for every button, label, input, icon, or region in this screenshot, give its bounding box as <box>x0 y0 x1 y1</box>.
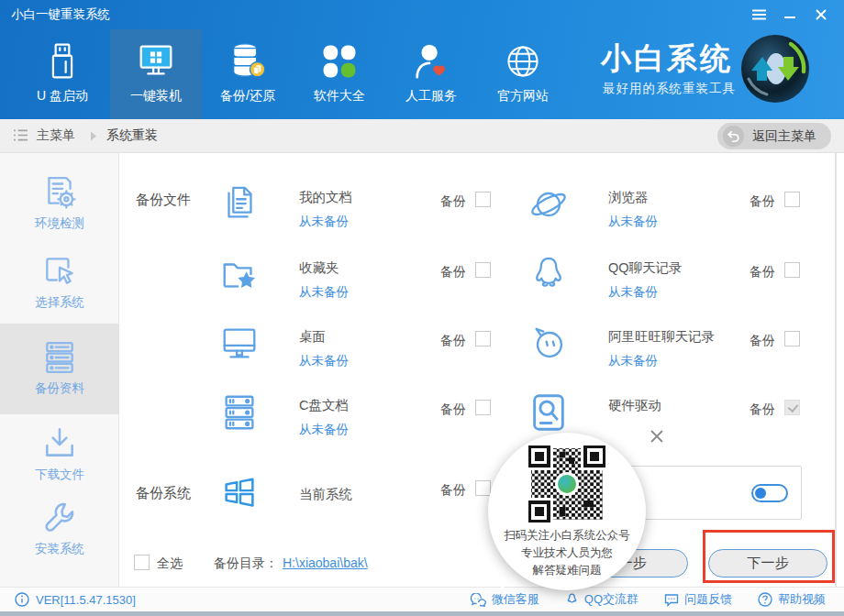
backup-status-link[interactable]: 从未备份 <box>299 284 349 301</box>
backup-label: 备份 <box>750 333 775 349</box>
backup-item-title: 收藏夹 <box>299 259 339 277</box>
close-icon[interactable] <box>811 6 831 24</box>
cursor-select-icon <box>0 253 119 290</box>
nav-item-one-key-install[interactable]: 一键装机 <box>110 29 202 119</box>
backup-checkbox[interactable] <box>784 262 800 278</box>
brand-logo-icon <box>739 33 811 104</box>
qq-icon <box>565 592 579 607</box>
backup-checkbox[interactable] <box>475 400 491 415</box>
backup-label: 备份 <box>440 264 466 280</box>
backup-item-favorites: 收藏夹 从未备份 备份 <box>218 254 576 305</box>
sidebar-item-label: 安装系统 <box>0 541 119 557</box>
backup-item-qq-history: QQ聊天记录 从未备份 备份 <box>528 254 844 305</box>
disk-search-icon <box>528 391 570 434</box>
popup-line: 扫码关注小白系统公众号 <box>488 527 646 544</box>
window-title: 小白一键重装系统 <box>11 0 110 29</box>
backup-label: 备份 <box>440 193 466 210</box>
backup-status-link[interactable]: 从未备份 <box>299 422 349 438</box>
backup-status-link[interactable]: 从未备份 <box>608 284 658 301</box>
nav-item-label: 官方网站 <box>477 88 569 104</box>
status-link-label: 问题反馈 <box>684 591 732 608</box>
chevron-right-icon <box>90 131 97 141</box>
qq-group-link[interactable]: QQ交流群 <box>565 591 639 608</box>
popup-close-icon[interactable] <box>648 427 666 446</box>
question-circle-icon <box>758 592 772 607</box>
backup-item-title: 我的文档 <box>299 189 352 206</box>
backup-dir-link[interactable]: H:\xiaobai\bak\ <box>283 556 368 570</box>
breadcrumb-root[interactable]: 主菜单 <box>37 127 75 144</box>
status-link-label: 帮助视频 <box>778 591 826 608</box>
sidebar-item-label: 环境检测 <box>0 215 119 232</box>
sidebar-item-select-system[interactable]: 选择系统 <box>0 253 119 311</box>
popup-line: 解答疑难问题 <box>488 562 646 579</box>
sidebar-item-download-files[interactable]: 下载文件 <box>0 425 119 483</box>
status-link-label: QQ交流群 <box>584 591 639 608</box>
nav-item-backup-restore[interactable]: 备份/还原 <box>202 29 294 119</box>
nav-item-usb-boot[interactable]: U 盘启动 <box>17 29 108 119</box>
header: 小白一键重装系统 U 盘启动 <box>0 0 844 119</box>
backup-item-desktop: 桌面 从未备份 备份 <box>218 323 576 374</box>
popup-text: 扫码关注小白系统公众号 专业技术人员为您 解答疑难问题 <box>488 527 646 579</box>
minimize-icon[interactable] <box>780 6 800 24</box>
back-button-label: 返回主菜单 <box>752 128 816 145</box>
version-text: VER[11.5.47.1530] <box>36 593 136 607</box>
backup-item-title: 阿里旺旺聊天记录 <box>608 328 715 346</box>
toggle-knob <box>755 488 766 499</box>
feedback-bubble-icon <box>664 593 679 607</box>
document-gear-icon <box>0 174 119 211</box>
select-all-checkbox[interactable] <box>134 555 150 570</box>
server-stack-icon <box>0 339 119 376</box>
backup-status-link[interactable]: 从未备份 <box>608 353 658 369</box>
sidebar-item-backup-data[interactable]: 备份资料 <box>0 339 119 397</box>
nav-item-official-site[interactable]: 官方网站 <box>477 29 569 119</box>
backup-status-link[interactable]: 从未备份 <box>299 214 349 230</box>
sidebar-item-env-check[interactable]: 环境检测 <box>0 174 119 232</box>
backup-checkbox[interactable] <box>784 192 800 207</box>
breadcrumb-current: 系统重装 <box>106 127 158 144</box>
feedback-link[interactable]: 问题反馈 <box>664 591 732 608</box>
menu-icon[interactable] <box>749 6 769 24</box>
download-icon <box>0 425 119 462</box>
select-all-label: 全选 <box>157 556 183 572</box>
browser-planet-icon <box>528 183 570 226</box>
toggle-switch[interactable] <box>751 484 788 502</box>
backup-item-title: C盘文档 <box>299 397 349 414</box>
brand-slogan: 最好用的系统重装工具 <box>603 81 736 97</box>
qr-popup: 扫码关注小白系统公众号 专业技术人员为您 解答疑难问题 <box>488 433 646 590</box>
backup-item-my-documents: 我的文档 从未备份 备份 <box>218 183 576 235</box>
backup-status-link[interactable]: 从未备份 <box>299 353 349 369</box>
wechat-icon <box>471 593 486 607</box>
drive-stack-icon <box>218 391 261 434</box>
backup-checkbox[interactable] <box>784 331 800 346</box>
backup-item-wangwang-history: 阿里旺旺聊天记录 从未备份 备份 <box>528 323 844 374</box>
sidebar: 环境检测 选择系统 备份资料 <box>0 153 119 587</box>
backup-checkbox[interactable] <box>475 192 491 207</box>
qr-center-logo <box>555 472 579 496</box>
breadcrumb-bar: 主菜单 系统重装 返回主菜单 <box>0 119 844 153</box>
backup-checkbox-checked-disabled <box>784 400 800 415</box>
help-video-link[interactable]: 帮助视频 <box>758 591 826 608</box>
backup-checkbox[interactable] <box>475 262 491 278</box>
back-to-main-menu-button[interactable]: 返回主菜单 <box>717 123 831 149</box>
nav-item-software[interactable]: 软件大全 <box>294 29 385 119</box>
windows-logo-icon <box>218 472 261 514</box>
nav-item-label: 人工服务 <box>385 88 477 104</box>
backup-status-link[interactable]: 从未备份 <box>608 214 658 230</box>
sidebar-item-install-system[interactable]: 安装系统 <box>0 500 119 557</box>
sidebar-item-label: 下载文件 <box>0 467 119 483</box>
nav-item-human-service[interactable]: 人工服务 <box>385 29 477 119</box>
backup-checkbox[interactable] <box>475 331 491 346</box>
folder-star-icon <box>218 254 261 296</box>
backup-label: 备份 <box>750 193 775 210</box>
wechat-service-link[interactable]: 微信客服 <box>471 591 539 608</box>
backup-item-title: QQ聊天记录 <box>608 259 683 277</box>
person-heart-icon <box>385 39 477 82</box>
monitor-windows-icon <box>110 39 202 82</box>
backup-label: 备份 <box>440 333 466 349</box>
backup-system-label: 备份系统 <box>136 485 191 502</box>
list-icon <box>13 128 28 142</box>
popup-line: 专业技术人员为您 <box>488 544 646 562</box>
qq-penguin-icon <box>528 254 570 296</box>
sidebar-item-label: 选择系统 <box>0 294 119 311</box>
backup-checkbox[interactable] <box>475 480 491 496</box>
